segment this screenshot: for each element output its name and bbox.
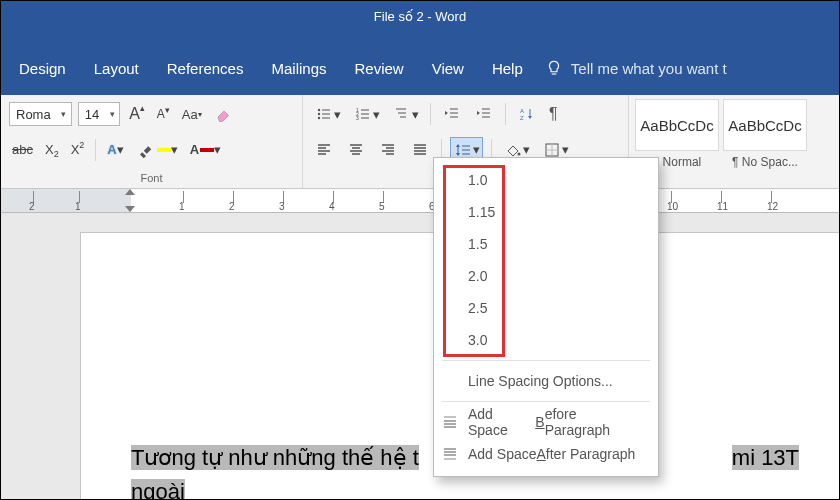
numbering-icon: 123 bbox=[353, 104, 373, 124]
tab-layout[interactable]: Layout bbox=[80, 42, 153, 95]
superscript-button[interactable]: X2 bbox=[68, 137, 88, 163]
chevron-down-icon: ▾ bbox=[57, 109, 71, 119]
font-name-dropdown[interactable]: Roma ▾ bbox=[9, 102, 72, 126]
separator bbox=[505, 103, 506, 125]
strikethrough-button[interactable]: abc bbox=[9, 137, 36, 163]
line-spacing-2.0[interactable]: 2.0 bbox=[434, 260, 658, 292]
align-left-icon bbox=[314, 140, 334, 160]
tab-design[interactable]: Design bbox=[5, 42, 80, 95]
tab-review[interactable]: Review bbox=[341, 42, 418, 95]
clear-formatting-button[interactable] bbox=[211, 101, 237, 127]
multilevel-button[interactable]: ▾ bbox=[389, 101, 422, 127]
align-center-icon bbox=[346, 140, 366, 160]
add-space-before[interactable]: Add Space Before Paragraph bbox=[434, 406, 658, 438]
horizontal-ruler[interactable]: 2 1 1 2 3 4 5 6 10 11 12 bbox=[1, 189, 839, 213]
ruler-label: 5 bbox=[379, 201, 385, 212]
ruler-label: 2 bbox=[229, 201, 235, 212]
app-title: File số 2 - Word bbox=[374, 9, 466, 24]
group-styles: AaBbCcDc AaBbCcDc ¶ Normal ¶ No Spac... bbox=[629, 95, 839, 188]
subscript-button[interactable]: X2 bbox=[42, 137, 62, 163]
tell-me-label: Tell me what you want t bbox=[571, 60, 727, 77]
show-hide-button[interactable]: ¶ bbox=[546, 101, 561, 127]
line-spacing-1.0[interactable]: 1.0 bbox=[434, 164, 658, 196]
style-normal[interactable]: AaBbCcDc bbox=[635, 99, 719, 151]
font-size-value: 14 bbox=[79, 107, 105, 122]
chevron-down-icon: ▾ bbox=[105, 109, 119, 119]
line-spacing-menu: 1.0 1.15 1.5 2.0 2.5 3.0 Line Spacing Op… bbox=[433, 157, 659, 477]
ruler-label: 11 bbox=[717, 201, 728, 212]
line-spacing-2.5[interactable]: 2.5 bbox=[434, 292, 658, 324]
outdent-icon bbox=[442, 104, 462, 124]
sort-button[interactable]: AZ bbox=[514, 101, 540, 127]
first-line-indent[interactable] bbox=[125, 189, 135, 195]
space-before-icon bbox=[442, 414, 458, 430]
indent-icon bbox=[474, 104, 494, 124]
ruler-label: 4 bbox=[329, 201, 335, 212]
separator bbox=[430, 103, 431, 125]
highlighter-icon bbox=[136, 140, 156, 160]
numbering-button[interactable]: 123▾ bbox=[350, 101, 383, 127]
title-bar: File số 2 - Word bbox=[1, 1, 839, 33]
menu-divider bbox=[442, 401, 650, 402]
font-color-button[interactable]: A▾ bbox=[187, 137, 224, 163]
svg-point-1 bbox=[318, 113, 320, 115]
multilevel-icon bbox=[392, 104, 412, 124]
line-spacing-options[interactable]: Line Spacing Options... bbox=[434, 365, 658, 397]
ruler-label: 2 bbox=[29, 201, 35, 212]
font-size-dropdown[interactable]: 14 ▾ bbox=[78, 102, 120, 126]
hanging-indent[interactable] bbox=[125, 206, 135, 212]
line-spacing-1.5[interactable]: 1.5 bbox=[434, 228, 658, 260]
ruler-label: 1 bbox=[75, 201, 81, 212]
lightbulb-icon bbox=[545, 59, 563, 77]
space-after-icon bbox=[442, 446, 458, 462]
bullets-icon bbox=[314, 104, 334, 124]
align-left-button[interactable] bbox=[311, 137, 337, 163]
align-justify-icon bbox=[410, 140, 430, 160]
increase-indent-button[interactable] bbox=[471, 101, 497, 127]
decrease-indent-button[interactable] bbox=[439, 101, 465, 127]
separator bbox=[95, 139, 96, 161]
tab-help[interactable]: Help bbox=[478, 42, 537, 95]
shrink-font-button[interactable]: A▾ bbox=[154, 101, 173, 127]
eraser-icon bbox=[214, 104, 234, 124]
sort-icon: AZ bbox=[517, 104, 537, 124]
svg-text:A: A bbox=[520, 108, 524, 114]
align-right-icon bbox=[378, 140, 398, 160]
ruler-label: 1 bbox=[179, 201, 185, 212]
tab-references[interactable]: References bbox=[153, 42, 258, 95]
line-spacing-3.0[interactable]: 3.0 bbox=[434, 324, 658, 356]
change-case-button[interactable]: Aa▾ bbox=[179, 101, 205, 127]
tell-me[interactable]: Tell me what you want t bbox=[537, 59, 735, 95]
group-font: Roma ▾ 14 ▾ A▴ A▾ Aa▾ abc X2 X2 A▾ ▾ A▾ … bbox=[1, 95, 303, 188]
grow-font-button[interactable]: A▴ bbox=[126, 101, 148, 127]
pilcrow-icon: ¶ bbox=[549, 105, 558, 123]
style-no-spacing[interactable]: AaBbCcDc bbox=[723, 99, 807, 151]
add-space-after[interactable]: Add Space After Paragraph bbox=[434, 438, 658, 470]
ribbon: Roma ▾ 14 ▾ A▴ A▾ Aa▾ abc X2 X2 A▾ ▾ A▾ … bbox=[1, 95, 839, 189]
font-name-value: Roma bbox=[10, 107, 57, 122]
ribbon-tabs: Design Layout References Mailings Review… bbox=[1, 33, 839, 95]
ruler-label: 12 bbox=[767, 201, 778, 212]
bullets-button[interactable]: ▾ bbox=[311, 101, 344, 127]
align-right-button[interactable] bbox=[375, 137, 401, 163]
line-spacing-1.15[interactable]: 1.15 bbox=[434, 196, 658, 228]
svg-point-0 bbox=[318, 109, 320, 111]
ruler-label: 10 bbox=[667, 201, 678, 212]
selected-text: Tương tự như những thế hệ t bbox=[131, 445, 419, 470]
tab-view[interactable]: View bbox=[418, 42, 478, 95]
highlight-button[interactable]: ▾ bbox=[133, 137, 181, 163]
tab-mailings[interactable]: Mailings bbox=[257, 42, 340, 95]
align-center-button[interactable] bbox=[343, 137, 369, 163]
group-label-font: Font bbox=[9, 170, 294, 186]
svg-text:3: 3 bbox=[356, 115, 359, 121]
text-effects-button[interactable]: A▾ bbox=[104, 137, 126, 163]
justify-button[interactable] bbox=[407, 137, 433, 163]
svg-text:Z: Z bbox=[520, 115, 524, 121]
svg-point-8 bbox=[518, 152, 521, 155]
ruler-label: 3 bbox=[279, 201, 285, 212]
menu-divider bbox=[442, 360, 650, 361]
style-name-nospacing: ¶ No Spac... bbox=[723, 155, 807, 169]
svg-point-2 bbox=[318, 117, 320, 119]
